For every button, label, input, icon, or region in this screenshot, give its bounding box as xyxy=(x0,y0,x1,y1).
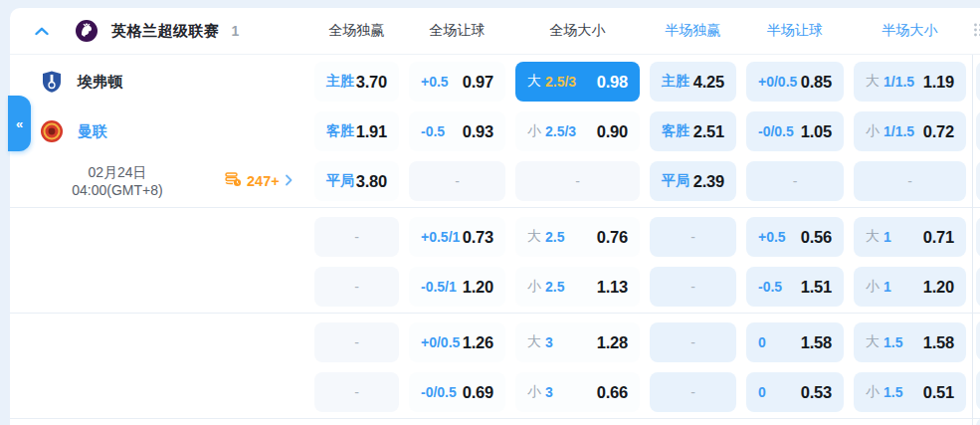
more-columns-icon xyxy=(973,22,980,42)
handicap-line: -0.5 xyxy=(758,279,782,295)
handicap-line: +0/0.5 xyxy=(421,334,460,350)
odds-cell-half-draw[interactable]: 平局 2.39 xyxy=(650,161,736,201)
odds-cell-half-ou-under[interactable]: 小 1/1.5 0.72 xyxy=(854,111,966,151)
odds-cell-half-win-home[interactable]: 主胜 4.25 xyxy=(650,62,736,102)
ou-direction: 小 xyxy=(527,278,541,296)
odds-cell-full-ou-under[interactable]: 小 2.5/3 0.90 xyxy=(515,111,640,151)
odds-label-group: 平局 xyxy=(662,172,689,190)
odds-cell-full-win-away[interactable]: 客胜 1.91 xyxy=(314,111,399,151)
odds-cell-full-ou-alt[interactable]: 大 3 1.28 xyxy=(515,322,640,362)
ou-direction: 大 xyxy=(866,333,880,351)
column-separator xyxy=(972,55,973,425)
more-markets-link[interactable]: 247+ xyxy=(225,171,293,191)
odds-cell-half-handicap-alt[interactable]: -0.5 1.51 xyxy=(746,267,844,307)
odds-cell-half-ou-alt[interactable]: 大 1 0.71 xyxy=(854,217,966,257)
odds-cell-full-ou-alt[interactable]: 大 2.5 0.76 xyxy=(515,217,640,257)
empty-odds: - xyxy=(690,229,695,245)
empty-odds: - xyxy=(354,334,359,350)
odds-cell-half-handicap-alt[interactable]: 0 1.58 xyxy=(746,322,844,362)
odds-value: 0.93 xyxy=(463,122,493,141)
home-team: 埃弗顿 xyxy=(10,70,304,94)
match-time: 04:00(GMT+8) xyxy=(38,181,197,199)
odds-label-group: 大 1/1.5 xyxy=(866,73,914,91)
odds-cell-full-draw[interactable]: 平局 3.80 xyxy=(314,161,399,201)
empty-odds: - xyxy=(690,384,695,400)
ou-line: 1/1.5 xyxy=(883,123,914,139)
handicap-line: 0 xyxy=(758,334,766,350)
next-column-cell-sliver xyxy=(976,370,980,410)
group-divider xyxy=(10,207,980,208)
odds-cell-full-handicap-alt[interactable]: -0/0.5 0.69 xyxy=(409,372,505,412)
odds-cell-empty: - xyxy=(314,267,399,307)
column-header-full-ou: 全场大小 xyxy=(515,22,640,40)
odds-label-group: 大 1 xyxy=(866,228,891,246)
odds-value: 0.53 xyxy=(801,383,832,402)
odds-cell-half-handicap-home[interactable]: +0/0.5 0.85 xyxy=(746,62,844,102)
handicap-line: -0.5/1 xyxy=(421,279,457,295)
odds-cell-half-ou-alt[interactable]: 小 1.5 0.51 xyxy=(854,372,966,412)
odds-value: 1.51 xyxy=(801,278,832,297)
odds-value: 0.72 xyxy=(923,122,954,141)
empty-odds: - xyxy=(354,279,359,295)
odds-label: 主胜 xyxy=(662,73,689,91)
odds-cell-full-handicap-home[interactable]: +0.5 0.97 xyxy=(409,62,505,102)
odds-label: 主胜 xyxy=(326,73,354,91)
odds-value: 0.76 xyxy=(597,228,628,247)
odds-value: 1.20 xyxy=(923,278,954,297)
ou-direction: 小 xyxy=(527,122,541,140)
chevron-right-icon xyxy=(285,172,293,190)
ou-direction: 小 xyxy=(866,383,880,401)
odds-cell-full-ou-alt[interactable]: 小 3 0.66 xyxy=(515,372,640,412)
group-divider xyxy=(10,418,980,419)
ou-line: 3 xyxy=(545,334,553,350)
column-header-full-win: 全场独赢 xyxy=(314,22,399,40)
card-header: 英格兰超级联赛 1 全场独赢 全场让球 全场大小 半场独赢 半场让球 半场大小 xyxy=(10,8,980,55)
collapse-chevron-up-icon[interactable] xyxy=(32,21,52,41)
empty-odds: - xyxy=(907,173,912,189)
sidebar-collapse-tab[interactable]: « xyxy=(8,96,31,151)
odds-cell-half-handicap-alt[interactable]: 0 0.53 xyxy=(746,372,844,412)
ou-line: 3 xyxy=(545,384,553,400)
odds-cell-full-handicap-alt[interactable]: +0.5/1 0.73 xyxy=(409,217,505,257)
odds-cell-empty: - xyxy=(314,322,399,362)
odds-cell-half-handicap-alt[interactable]: +0.5 0.56 xyxy=(746,217,844,257)
handicap-line: 0 xyxy=(758,384,766,400)
away-team: 曼联 xyxy=(10,119,304,143)
odds-label-group: 大 1.5 xyxy=(866,333,902,351)
odds-cell-full-ou-alt[interactable]: 小 2.5 1.13 xyxy=(515,267,640,307)
odds-value: 1.13 xyxy=(597,278,628,297)
odds-cell-half-ou-alt[interactable]: 小 1 1.20 xyxy=(854,267,966,307)
odds-cell-full-handicap-away[interactable]: -0.5 0.93 xyxy=(409,111,505,151)
odds-label-group: 小 2.5 xyxy=(527,278,564,296)
alt-line-row: - +0.5/1 0.73 大 2.5 0.76 - +0.5 0.56 大 xyxy=(10,217,980,257)
odds-cell-full-handicap-alt[interactable]: -0.5/1 1.20 xyxy=(409,267,505,307)
ou-direction: 大 xyxy=(866,228,880,246)
empty-odds: - xyxy=(690,279,695,295)
odds-label-group: 小 2.5/3 xyxy=(527,122,576,140)
ou-line: 2.5/3 xyxy=(545,74,576,90)
odds-value: 3.80 xyxy=(356,172,387,191)
ou-direction: 大 xyxy=(527,73,541,91)
next-column-cell-sliver xyxy=(976,320,980,360)
odds-value: 1.28 xyxy=(597,333,628,352)
away-team-name: 曼联 xyxy=(78,122,107,141)
odds-cell-half-win-away[interactable]: 客胜 2.51 xyxy=(650,111,736,151)
handicap-line: +0.5/1 xyxy=(421,229,460,245)
odds-cell-half-handicap-away[interactable]: -0/0.5 1.05 xyxy=(746,111,844,151)
odds-cell-empty: - xyxy=(515,161,640,201)
odds-cell-empty: - xyxy=(314,372,399,412)
odds-cell-full-handicap-alt[interactable]: +0/0.5 1.26 xyxy=(409,322,505,362)
odds-value: 0.98 xyxy=(597,73,628,92)
ou-line: 2.5/3 xyxy=(545,123,576,139)
next-column-cell-sliver xyxy=(976,111,980,151)
odds-cell-full-win-home[interactable]: 主胜 3.70 xyxy=(314,62,399,102)
odds-cell-half-ou-alt[interactable]: 大 1.5 1.58 xyxy=(854,322,966,362)
odds-label-group: 大 2.5/3 xyxy=(527,73,576,91)
odds-cell-empty: - xyxy=(650,217,736,257)
next-column-cell-sliver xyxy=(976,161,980,201)
odds-value: 1.05 xyxy=(801,122,832,141)
odds-cell-full-ou-over-selected[interactable]: 大 2.5/3 0.98 xyxy=(515,62,640,102)
odds-label-group: +0/0.5 xyxy=(421,334,460,350)
odds-value: 2.39 xyxy=(693,172,724,191)
odds-cell-half-ou-over[interactable]: 大 1/1.5 1.19 xyxy=(854,62,966,102)
